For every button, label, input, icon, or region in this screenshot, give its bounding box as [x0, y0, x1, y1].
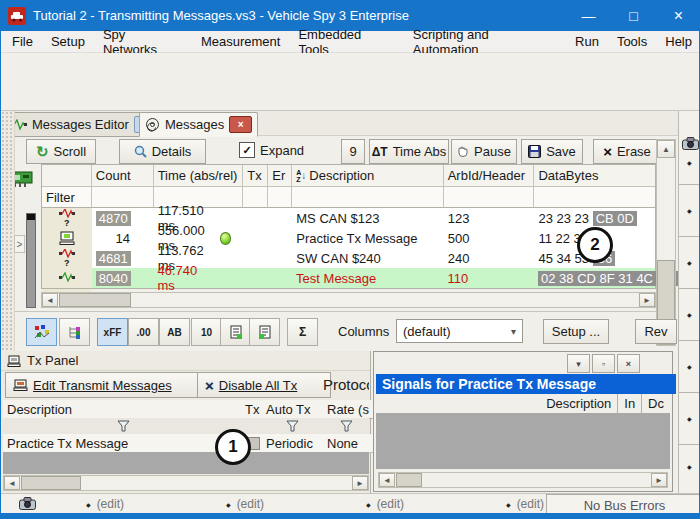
- menu-setup[interactable]: Setup: [42, 34, 94, 49]
- protocol-section-label[interactable]: Protoco: [323, 376, 369, 393]
- header-databytes[interactable]: DataBytes: [534, 165, 655, 187]
- decimal-display-button[interactable]: .00: [128, 318, 159, 346]
- tx-row-rate[interactable]: None: [323, 434, 377, 453]
- hex-display-button[interactable]: xFF: [97, 318, 128, 346]
- dock-bullet[interactable]: ◆: [687, 463, 692, 470]
- messages-hscrollbar[interactable]: ◄ ►: [41, 292, 656, 308]
- panel-dropdown-button[interactable]: ▾: [567, 354, 590, 373]
- menu-help[interactable]: Help: [656, 34, 700, 49]
- signals-hscrollbar[interactable]: ◄ ►: [378, 472, 668, 488]
- scroll-left-icon[interactable]: ◄: [4, 476, 20, 490]
- table-row[interactable]: 14 556.000 ms Practice Tx Message 500 11…: [42, 228, 655, 248]
- header-er[interactable]: Er: [268, 165, 292, 187]
- hscroll-thumb[interactable]: [21, 476, 81, 490]
- header-time[interactable]: Time (abs/rel): [154, 165, 244, 187]
- setup-button[interactable]: Setup ...: [543, 319, 609, 344]
- header-description[interactable]: AZ ↓ Description: [292, 165, 443, 187]
- tx-row-auto-tx[interactable]: Periodic: [262, 434, 332, 453]
- vscroll-thumb[interactable]: [657, 260, 675, 324]
- menu-measurement[interactable]: Measurement: [192, 34, 289, 49]
- minimize-button[interactable]: —: [566, 1, 611, 31]
- dock-bullet[interactable]: ◆: [687, 159, 692, 166]
- scroll-right-icon[interactable]: ►: [639, 293, 655, 307]
- expander-button[interactable]: >: [14, 235, 25, 253]
- tx-header-rate[interactable]: Rate (s: [323, 400, 377, 419]
- menu-file[interactable]: File: [3, 34, 42, 49]
- ascii-display-button[interactable]: AB: [159, 318, 190, 346]
- table-row[interactable]: ? 4870 117.510 ms MS CAN $123 123 23 23 …: [42, 208, 655, 228]
- menu-embedded-tools[interactable]: Embedded Tools: [289, 27, 403, 57]
- filter-er[interactable]: [268, 187, 292, 208]
- camera-icon[interactable]: [19, 497, 36, 510]
- filter-tx[interactable]: [243, 187, 268, 208]
- columns-select[interactable]: (default) ▾: [396, 319, 523, 343]
- tab-messages[interactable]: Messages ×: [139, 112, 258, 137]
- signals-header-dc[interactable]: Dc: [641, 394, 670, 413]
- expand-checkbox[interactable]: ✓ Expand: [239, 142, 304, 158]
- hscroll-thumb[interactable]: [396, 473, 422, 487]
- tx-filter-tx[interactable]: [244, 418, 263, 435]
- scroll-left-icon[interactable]: ◄: [379, 473, 395, 487]
- status-edit-slot[interactable]: ◆(edit): [86, 497, 124, 511]
- tx-hscrollbar[interactable]: ◄ ►: [3, 475, 369, 491]
- tx-filter-description[interactable]: [3, 418, 245, 435]
- interpret-all-button[interactable]: [249, 318, 280, 346]
- dock-bullet[interactable]: ◆: [687, 363, 692, 370]
- tx-header-description[interactable]: Description: [3, 400, 253, 419]
- details-button[interactable]: Details: [119, 139, 206, 164]
- close-button[interactable]: ×: [656, 1, 700, 31]
- scroll-right-icon[interactable]: ►: [352, 476, 368, 490]
- tx-header-auto-tx[interactable]: Auto Tx: [262, 400, 332, 419]
- dock-bullet[interactable]: ◆: [687, 311, 692, 318]
- status-edit-slot[interactable]: ◆(edit): [366, 497, 404, 511]
- sort-az-icon[interactable]: AZ ↓: [296, 169, 306, 183]
- save-button[interactable]: Save: [521, 139, 583, 164]
- network-view-button[interactable]: [59, 318, 90, 346]
- status-edit-slot[interactable]: ◆(edit): [506, 497, 544, 511]
- totals-button[interactable]: Σ: [287, 318, 318, 346]
- panel-restore-button[interactable]: ▫: [592, 354, 615, 373]
- menu-scripting-automation[interactable]: Scripting and Automation: [404, 27, 566, 57]
- maximize-button[interactable]: □: [611, 1, 656, 31]
- filter-databytes[interactable]: [534, 187, 655, 208]
- menu-tools[interactable]: Tools: [608, 34, 656, 49]
- interpret-button[interactable]: [220, 318, 251, 346]
- menu-spy-networks[interactable]: Spy Networks: [94, 27, 192, 57]
- tx-filter-auto-tx[interactable]: [262, 418, 324, 435]
- table-row-selected[interactable]: 8040 46.740 ms Test Message 110 02 38 CD…: [42, 268, 655, 288]
- filter-arbid[interactable]: [444, 187, 535, 208]
- signals-header-description[interactable]: Description: [540, 394, 617, 413]
- scroll-left-icon[interactable]: ◄: [42, 293, 58, 307]
- time-abs-button[interactable]: ΔT Time Abs: [369, 139, 449, 164]
- left-scroll-indicator[interactable]: [26, 213, 36, 308]
- disable-all-tx-button[interactable]: × Disable All Tx: [197, 372, 331, 398]
- dock-bullet[interactable]: ◆: [687, 259, 692, 266]
- header-arbid[interactable]: ArbId/Header: [444, 165, 535, 187]
- status-edit-slot[interactable]: ◆(edit): [226, 497, 264, 511]
- camera-icon[interactable]: [682, 137, 699, 150]
- color-stats-button[interactable]: [26, 318, 57, 346]
- table-row[interactable]: ? 4681 113.762 ms SW CAN $240 240 45 34 …: [42, 248, 655, 268]
- panel-close-button[interactable]: ×: [617, 354, 640, 373]
- signals-header-in[interactable]: In: [617, 394, 641, 413]
- header-icon-col[interactable]: [42, 165, 92, 187]
- filter-description[interactable]: [292, 187, 443, 208]
- review-button[interactable]: Rev: [635, 319, 677, 344]
- hscroll-thumb[interactable]: [59, 293, 131, 307]
- messages-vscrollbar[interactable]: ▲ ▼: [656, 139, 676, 346]
- binary-display-button[interactable]: 10: [191, 318, 222, 346]
- menu-run[interactable]: Run: [566, 34, 608, 49]
- scroll-up-icon[interactable]: ▲: [657, 140, 675, 158]
- erase-button[interactable]: × Erase: [593, 139, 661, 164]
- edit-transmit-messages-button[interactable]: Edit Transmit Messages: [5, 372, 203, 398]
- header-count[interactable]: Count: [92, 165, 154, 187]
- filter-count[interactable]: [92, 187, 154, 208]
- dock-bullet[interactable]: ◆: [687, 415, 692, 422]
- scroll-button[interactable]: ↻ Scroll: [26, 139, 96, 164]
- pause-button[interactable]: Pause: [451, 139, 517, 164]
- checkbox-checked-icon[interactable]: ✓: [239, 142, 255, 158]
- tx-filter-rate[interactable]: [323, 418, 369, 435]
- dock-bullet[interactable]: ◆: [687, 207, 692, 214]
- close-tab-icon[interactable]: ×: [229, 116, 252, 133]
- scroll-right-icon[interactable]: ►: [651, 473, 667, 487]
